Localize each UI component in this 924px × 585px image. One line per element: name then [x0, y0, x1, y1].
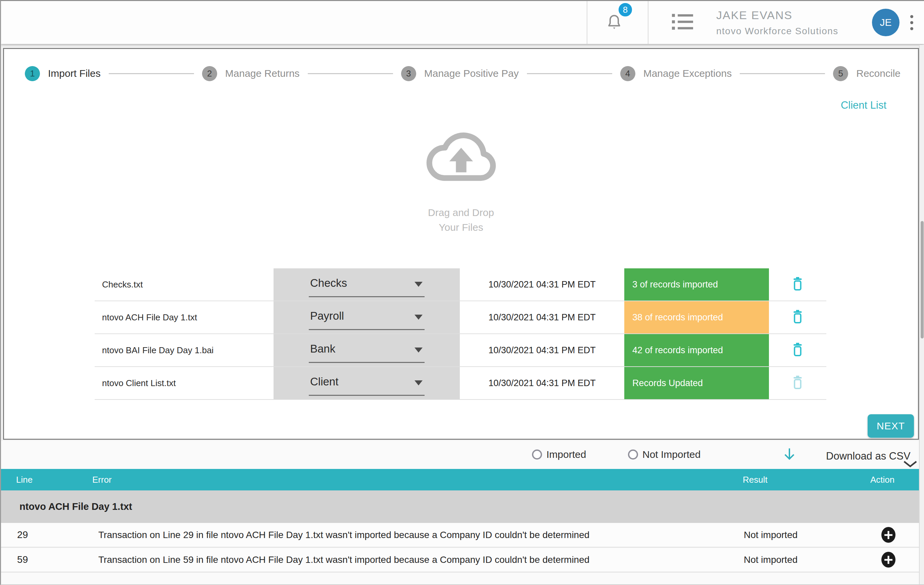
step-label: Manage Returns	[225, 68, 300, 79]
trash-icon	[792, 342, 804, 357]
column-header-error: Error	[83, 475, 733, 485]
step-number: 3	[401, 66, 416, 81]
step-connector	[109, 73, 194, 74]
error-result: Not imported	[733, 554, 860, 565]
expand-row-button[interactable]	[881, 552, 896, 568]
org-name: ntovo Workforce Solutions	[716, 26, 861, 36]
scrollbar-thumb[interactable]	[921, 221, 924, 338]
status-badge: Records Updated	[624, 367, 769, 399]
screen: 8 JAKE EVANS ntovo Workforce Solutions J…	[1, 1, 924, 584]
import-date: 10/30/2021 04:31 PM EDT	[460, 301, 624, 333]
client-list-link[interactable]: Client List	[841, 99, 886, 111]
file-row: ntovo BAI File Day Day 1.bai Bank 10/30/…	[95, 334, 826, 367]
step-label: Manage Positive Pay	[424, 68, 519, 79]
import-date: 10/30/2021 04:31 PM EDT	[460, 334, 624, 366]
error-line-number: 59	[1, 554, 83, 565]
error-group-title: ntovo ACH File Day 1.txt	[1, 490, 924, 523]
radio-not-imported[interactable]: Not Imported	[628, 449, 700, 460]
import-date: 10/30/2021 04:31 PM EDT	[460, 367, 624, 399]
status-badge: 38 of records imported	[624, 301, 769, 333]
delete-file-button[interactable]	[792, 309, 804, 326]
top-header: 8 JAKE EVANS ntovo Workforce Solutions J…	[1, 1, 924, 44]
step-connector	[308, 73, 393, 74]
workflow-stepper: 1 Import Files 2 Manage Returns 3 Manage…	[25, 66, 901, 81]
step-manage-positive-pay[interactable]: 3 Manage Positive Pay	[401, 66, 519, 81]
error-table-header: Line Error Result Action	[1, 469, 924, 490]
download-arrow-icon[interactable]	[782, 447, 797, 464]
import-date: 10/30/2021 04:31 PM EDT	[460, 269, 624, 300]
download-csv-link[interactable]: Download as CSV	[826, 450, 911, 462]
task-list-button[interactable]	[672, 13, 695, 32]
notification-badge: 8	[617, 1, 634, 18]
next-button[interactable]: NEXT	[868, 414, 914, 438]
file-type-select[interactable]: Checks	[309, 277, 424, 297]
delete-file-button[interactable]	[792, 276, 804, 293]
radio-label: Not Imported	[642, 449, 700, 460]
step-connector	[527, 73, 612, 74]
file-row: Checks.txt Checks 10/30/2021 04:31 PM ED…	[95, 269, 826, 301]
error-message: Transaction on Line 59 in file ntovo ACH…	[83, 554, 733, 565]
file-name: ntovo ACH File Day 1.txt	[95, 301, 274, 333]
delete-file-button-disabled	[792, 375, 804, 391]
step-label: Manage Exceptions	[644, 68, 732, 79]
kebab-menu-icon[interactable]	[906, 12, 918, 33]
radio-imported[interactable]: Imported	[532, 449, 586, 460]
expand-row-button[interactable]	[881, 527, 896, 543]
trash-icon	[792, 375, 804, 390]
file-type-cell: Client	[274, 367, 460, 399]
file-row: ntovo Client List.txt Client 10/30/2021 …	[95, 367, 826, 400]
step-number: 1	[25, 66, 40, 81]
error-row: 59 Transaction on Line 59 in file ntovo …	[1, 548, 924, 573]
step-number: 5	[833, 66, 848, 81]
step-import-files[interactable]: 1 Import Files	[25, 66, 101, 81]
dropzone-text: Drag and Drop Your Files	[384, 205, 538, 234]
column-header-line: Line	[1, 475, 83, 485]
radio-circle-icon	[532, 450, 542, 460]
file-name: ntovo Client List.txt	[95, 367, 274, 399]
dropdown-arrow-icon	[414, 315, 422, 320]
topbar-right-cluster: 8 JAKE EVANS ntovo Workforce Solutions J…	[587, 1, 924, 44]
step-connector	[740, 73, 825, 74]
file-type-select[interactable]: Bank	[309, 343, 424, 363]
imported-files-table: Checks.txt Checks 10/30/2021 04:31 PM ED…	[95, 269, 826, 400]
user-name: JAKE EVANS	[716, 9, 861, 22]
upload-cloud-icon	[417, 125, 505, 188]
step-number: 2	[202, 66, 217, 81]
radio-circle-icon	[628, 450, 638, 460]
file-type-value: Checks	[310, 277, 347, 290]
trash-icon	[792, 276, 804, 292]
file-type-value: Client	[310, 375, 338, 388]
step-manage-returns[interactable]: 2 Manage Returns	[202, 66, 300, 81]
status-badge: 3 of records imported	[624, 269, 769, 300]
user-info: JAKE EVANS ntovo Workforce Solutions	[716, 9, 861, 36]
delete-file-button[interactable]	[792, 342, 804, 359]
file-type-select[interactable]: Client	[309, 375, 424, 396]
header-divider	[648, 1, 648, 44]
header-divider	[587, 1, 587, 44]
dropdown-arrow-icon	[414, 348, 422, 353]
step-label: Reconcile	[856, 68, 901, 79]
trash-icon	[792, 309, 804, 325]
error-row: 29 Transaction on Line 29 in file ntovo …	[1, 523, 924, 548]
step-number: 4	[620, 66, 635, 81]
column-header-result: Result	[733, 475, 860, 485]
chevron-down-icon[interactable]	[903, 460, 918, 469]
avatar[interactable]: JE	[872, 9, 899, 36]
file-name: Checks.txt	[95, 269, 274, 300]
radio-label: Imported	[546, 449, 586, 460]
status-badge: 42 of records imported	[624, 334, 769, 366]
file-type-value: Payroll	[310, 310, 344, 322]
file-row: ntovo ACH File Day 1.txt Payroll 10/30/2…	[95, 301, 826, 334]
import-files-card: 1 Import Files 2 Manage Returns 3 Manage…	[3, 48, 919, 440]
step-reconcile[interactable]: 5 Reconcile	[833, 66, 901, 81]
file-dropzone[interactable]: Drag and Drop Your Files	[384, 125, 538, 234]
error-result: Not imported	[733, 530, 860, 541]
file-type-cell: Bank	[274, 334, 460, 366]
step-label: Import Files	[48, 68, 101, 79]
step-manage-exceptions[interactable]: 4 Manage Exceptions	[620, 66, 732, 81]
notifications-button[interactable]: 8	[605, 12, 624, 33]
error-message: Transaction on Line 29 in file ntovo ACH…	[83, 530, 733, 541]
page-scrollbar[interactable]	[919, 45, 924, 584]
list-icon	[672, 13, 695, 31]
file-type-select[interactable]: Payroll	[309, 310, 424, 330]
